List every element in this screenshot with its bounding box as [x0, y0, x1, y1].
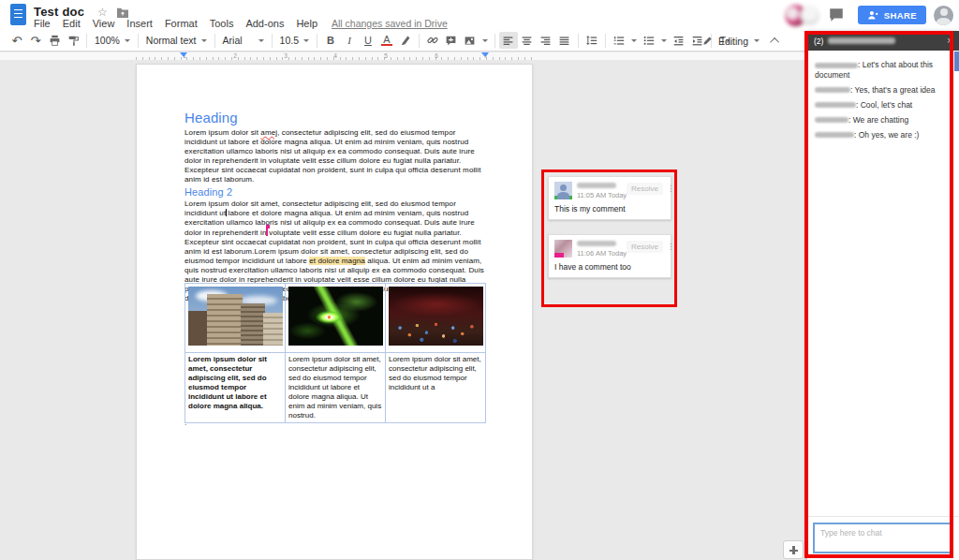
save-status-link[interactable]: All changes saved in Drive: [332, 18, 448, 29]
collapse-toolbar-button[interactable]: [770, 37, 779, 47]
chat-participant-count: (2): [814, 37, 823, 46]
chat-message: : Let's chat about this document: [815, 60, 952, 80]
comment-anchor-highlight[interactable]: et dolore magna: [309, 257, 365, 265]
font-size-select[interactable]: 10.5: [276, 35, 313, 46]
align-center-button[interactable]: [518, 32, 537, 49]
chat-header: (2) ×: [807, 31, 959, 51]
comment-text: I have a comment too: [554, 262, 665, 272]
underline-button[interactable]: U: [359, 32, 377, 49]
bold-button[interactable]: B: [321, 32, 340, 49]
divider: [807, 516, 959, 517]
redacted-commenter-name: [577, 183, 616, 188]
person-add-icon: [867, 9, 879, 22]
insert-image-button[interactable]: [461, 32, 480, 49]
align-right-button[interactable]: [537, 32, 555, 49]
paint-format-button[interactable]: [64, 32, 82, 49]
menu-view[interactable]: View: [93, 18, 115, 29]
chevron-down-icon[interactable]: [631, 39, 637, 42]
chat-message: : Cool, let's chat: [815, 100, 952, 111]
close-icon[interactable]: ×: [947, 37, 952, 46]
chevron-down-icon[interactable]: [482, 39, 488, 42]
comment-timestamp: 11:05 AM Today: [577, 191, 627, 199]
chevron-down-icon: [303, 39, 309, 42]
share-button-label: SHARE: [884, 10, 917, 21]
ruler-number: 2: [233, 52, 237, 59]
share-button[interactable]: SHARE: [858, 6, 926, 24]
document-content[interactable]: Heading Lorem ipsum dolor sit amej, cons…: [184, 110, 486, 303]
highlight-color-button[interactable]: [396, 32, 415, 49]
table-cell-image-3[interactable]: [386, 284, 486, 353]
menu-insert[interactable]: Insert: [126, 18, 153, 29]
chat-message: : Oh yes, we are :): [815, 130, 952, 140]
ruler-number: 4: [333, 52, 337, 59]
chat-message-text: Yes, that's a great idea: [855, 85, 936, 95]
chat-input[interactable]: [813, 523, 952, 553]
text-color-button[interactable]: A: [381, 35, 391, 46]
table-cell-text-2[interactable]: Lorem ipsum dolor sit amet, consectetur …: [286, 353, 386, 423]
comment-card[interactable]: 11:05 AM Today Resolve ⋮ This is my comm…: [548, 176, 671, 220]
comment-overflow-menu-icon[interactable]: ⋮: [667, 184, 675, 193]
redacted-sender-name: [815, 87, 850, 93]
chat-message-list: : Let's chat about this document : Yes, …: [807, 51, 959, 140]
chevron-down-icon: [201, 39, 207, 42]
doc-heading-2: Heading 2: [184, 186, 486, 199]
align-justify-button[interactable]: [555, 32, 574, 49]
left-indent-marker[interactable]: [180, 52, 187, 57]
right-indent-marker[interactable]: [481, 52, 489, 57]
zoom-select[interactable]: 100%: [91, 35, 134, 46]
green-nebula-photo[interactable]: [288, 287, 383, 346]
account-avatar[interactable]: [934, 6, 953, 25]
align-left-button[interactable]: [499, 32, 518, 49]
ruler-number: 6: [435, 52, 438, 59]
explore-button[interactable]: [783, 540, 804, 559]
paragraph-styles-select[interactable]: Normal text: [142, 35, 211, 46]
table-cell-image-2[interactable]: [286, 284, 386, 353]
crowd-photo[interactable]: [389, 287, 483, 346]
bulleted-list-button[interactable]: [640, 32, 658, 49]
italic-button[interactable]: I: [340, 32, 359, 49]
menu-format[interactable]: Format: [165, 18, 198, 29]
insert-link-button[interactable]: [423, 32, 442, 49]
insert-comment-button[interactable]: [442, 32, 461, 49]
line-spacing-button[interactable]: [583, 32, 601, 49]
doc-heading-1: Heading: [184, 110, 486, 125]
google-docs-logo-icon[interactable]: [10, 4, 26, 25]
chat-message: : We are chatting: [815, 115, 952, 125]
chat-message-text: Oh yes, we are :): [859, 130, 920, 140]
comment-overflow-menu-icon[interactable]: ⋮: [667, 242, 675, 251]
doc-paragraph-1: Lorem ipsum dolor sit amej, consectetur …: [184, 128, 486, 184]
redo-button[interactable]: ↷: [26, 32, 45, 49]
move-to-folder-icon[interactable]: [116, 7, 129, 18]
resolve-button[interactable]: Resolve: [627, 241, 663, 253]
table-cell-text-3[interactable]: Lorem ipsum dolor sit amet, consectetur …: [386, 353, 486, 423]
comments-icon[interactable]: [828, 7, 845, 23]
table-cell-image-1[interactable]: [185, 284, 286, 353]
menu-file[interactable]: File: [34, 18, 51, 29]
table-cell-text-1[interactable]: Lorem ipsum dolor sit amet, consectetur …: [185, 353, 286, 423]
menu-edit[interactable]: Edit: [63, 18, 81, 29]
menu-addons[interactable]: Add-ons: [245, 18, 284, 29]
document-page[interactable]: Heading Lorem ipsum dolor sit amej, cons…: [136, 64, 533, 560]
star-icon[interactable]: ☆: [97, 7, 108, 18]
menu-tools[interactable]: Tools: [210, 18, 234, 29]
print-button[interactable]: [45, 32, 64, 49]
decrease-indent-button[interactable]: [670, 32, 688, 49]
redacted-chat-title: [828, 37, 895, 44]
chat-scrollbar-thumb[interactable]: [954, 52, 959, 71]
comment-text: This is my comment: [554, 204, 665, 214]
numbered-list-button[interactable]: [610, 32, 628, 49]
redacted-sender-name: [815, 102, 856, 108]
chevron-down-icon[interactable]: [661, 39, 667, 42]
comment-card[interactable]: 11:06 AM Today Resolve ⋮ I have a commen…: [548, 234, 671, 278]
doc-table[interactable]: Lorem ipsum dolor sit amet, consectetur …: [184, 283, 486, 423]
editing-mode-select[interactable]: Editing: [702, 36, 760, 47]
building-photo[interactable]: [188, 287, 283, 346]
document-title[interactable]: Test doc: [34, 5, 84, 19]
undo-button[interactable]: ↶: [7, 32, 26, 49]
font-family-select[interactable]: Arial: [219, 35, 268, 46]
resolve-button[interactable]: Resolve: [627, 183, 663, 195]
collaborator-avatars[interactable]: [785, 5, 820, 26]
misspelled-word: amej: [260, 128, 277, 137]
menu-bar: File Edit View Insert Format Tools Add-o…: [34, 18, 448, 29]
menu-help[interactable]: Help: [296, 18, 317, 29]
